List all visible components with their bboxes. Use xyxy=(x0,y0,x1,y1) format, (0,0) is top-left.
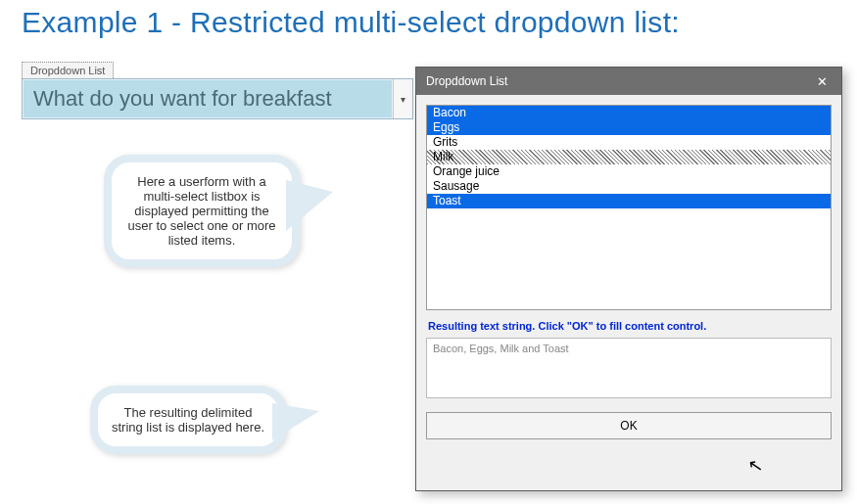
page-heading: Example 1 - Restricted multi-select drop… xyxy=(22,6,680,39)
dialog-titlebar: Dropddown List ✕ xyxy=(416,68,841,95)
content-control-body: What do you want for breakfast ▾ xyxy=(22,78,413,119)
list-item[interactable]: Bacon xyxy=(427,106,831,120)
list-item[interactable]: Eggs xyxy=(427,120,831,135)
content-control-tab: Dropddown List xyxy=(22,62,114,78)
options-listbox[interactable]: BaconEggsGritsMilkOrange juiceSausageToa… xyxy=(426,105,832,310)
list-item[interactable]: Milk xyxy=(427,150,831,164)
content-control-drop-button[interactable]: ▾ xyxy=(393,79,412,118)
list-item[interactable]: Toast xyxy=(427,194,831,208)
list-item[interactable]: Orange juice xyxy=(427,164,831,179)
ok-button[interactable]: OK xyxy=(426,412,832,439)
result-textbox[interactable]: Bacon, Eggs, Milk and Toast xyxy=(426,338,832,398)
dialog-title: Dropddown List xyxy=(426,74,808,88)
cursor-icon: ↖ xyxy=(746,454,765,478)
list-item[interactable]: Grits xyxy=(427,135,831,150)
list-item[interactable]: Sausage xyxy=(427,179,831,194)
content-control: Dropddown List What do you want for brea… xyxy=(22,61,413,119)
content-control-field[interactable]: What do you want for breakfast xyxy=(23,79,393,118)
dropdown-dialog: Dropddown List ✕ BaconEggsGritsMilkOrang… xyxy=(415,67,842,491)
callout-result-explanation: The resulting delimited string list is d… xyxy=(90,386,286,454)
close-icon: ✕ xyxy=(817,74,828,89)
close-button[interactable]: ✕ xyxy=(808,71,835,91)
instruction-text: Resulting text string. Click "OK" to fil… xyxy=(428,320,830,332)
callout-listbox-explanation: Here a userform with a multi-select list… xyxy=(104,155,300,267)
chevron-down-icon: ▾ xyxy=(401,94,405,105)
